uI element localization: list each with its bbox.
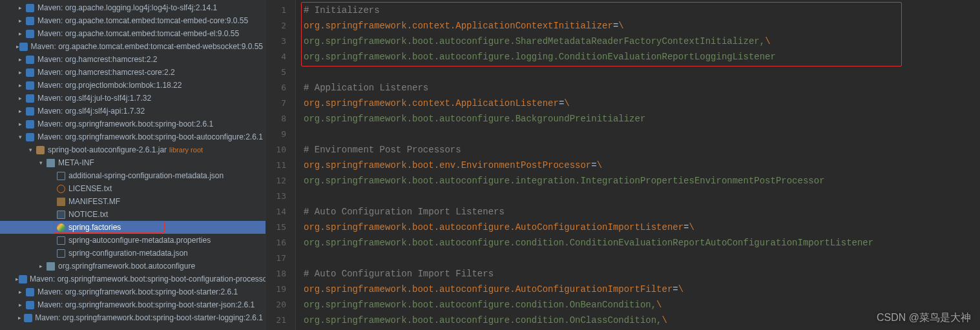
line-number: 13 xyxy=(266,189,295,204)
editor-area[interactable]: 123456789101112131415161718192021 # Init… xyxy=(266,0,980,330)
code-line[interactable]: # Application Listeners xyxy=(304,80,980,96)
code-line[interactable]: org.springframework.boot.autoconfigure.A… xyxy=(304,220,980,235)
line-number: 15 xyxy=(266,220,295,235)
line-number: 20 xyxy=(266,297,295,313)
tree-row[interactable]: ▸org.springframework.boot.autoconfigure xyxy=(0,260,266,273)
code-line[interactable] xyxy=(304,127,980,142)
code-line[interactable]: org.springframework.boot.autoconfigure.c… xyxy=(304,235,980,251)
tree-row[interactable]: ▸Maven: org.hamcrest:hamcrest-core:2.2 xyxy=(0,66,266,79)
tree-row[interactable]: ▸Maven: org.apache.tomcat.embed:tomcat-e… xyxy=(0,40,266,53)
line-number: 9 xyxy=(266,127,295,142)
chevron-right-icon[interactable]: ▸ xyxy=(16,5,25,11)
lib-icon xyxy=(25,28,35,39)
chevron-right-icon[interactable]: ▸ xyxy=(16,30,25,37)
lib-icon xyxy=(25,15,35,26)
code-line[interactable]: org.springframework.context.ApplicationC… xyxy=(304,18,980,34)
tree-item-label: META-INF xyxy=(58,158,94,167)
chevron-right-icon[interactable]: ▸ xyxy=(16,56,25,63)
tree-row[interactable]: ▸Maven: org.springframework.boot:spring-… xyxy=(0,285,266,298)
line-number: 19 xyxy=(266,282,295,297)
lib-icon xyxy=(25,132,35,142)
jar-icon xyxy=(35,145,45,155)
code-line[interactable]: org.springframework.boot.autoconfigure.l… xyxy=(304,49,980,65)
tree-row[interactable]: ▾Maven: org.springframework.boot:spring-… xyxy=(0,130,266,143)
tree-row[interactable]: ▸MANIFEST.MF xyxy=(0,195,266,208)
lib-icon xyxy=(25,300,35,310)
code-line[interactable]: # Auto Configuration Import Listeners xyxy=(304,204,980,220)
chevron-right-icon[interactable]: ▸ xyxy=(16,17,25,24)
chevron-right-icon[interactable]: ▸ xyxy=(16,302,25,308)
line-number: 4 xyxy=(266,49,295,65)
chevron-down-icon[interactable]: ▾ xyxy=(16,134,25,140)
line-number: 12 xyxy=(266,173,295,189)
tree-row[interactable]: ▸spring-autoconfigure-metadata.propertie… xyxy=(0,234,266,247)
chevron-right-icon[interactable]: ▸ xyxy=(36,263,45,269)
tree-row[interactable]: ▾spring-boot-autoconfigure-2.6.1.jarlibr… xyxy=(0,143,266,156)
prop-icon xyxy=(56,235,66,245)
project-tree-panel[interactable]: ▸Maven: org.apache.logging.log4j:log4j-t… xyxy=(0,0,266,330)
tree-row[interactable]: ▸spring.factories xyxy=(0,221,266,234)
chevron-right-icon[interactable]: ▸ xyxy=(16,95,25,101)
chevron-down-icon[interactable]: ▾ xyxy=(36,160,45,166)
code-line[interactable]: # Auto Configuration Import Filters xyxy=(304,266,980,282)
lib-icon xyxy=(25,93,35,103)
chevron-right-icon[interactable]: ▸ xyxy=(16,108,25,114)
lib-icon xyxy=(23,313,32,323)
tree-row[interactable]: ▸Maven: org.apache.tomcat.embed:tomcat-e… xyxy=(0,27,266,40)
chevron-right-icon[interactable]: ▸ xyxy=(16,289,25,295)
tree-row[interactable]: ▸Maven: org.slf4j:slf4j-api:1.7.32 xyxy=(0,105,266,118)
code-line[interactable]: org.springframework.boot.autoconfigure.A… xyxy=(304,282,980,297)
lic-icon xyxy=(56,183,66,194)
chevron-down-icon[interactable]: ▾ xyxy=(26,147,35,153)
code-line[interactable]: org.springframework.boot.autoconfigure.i… xyxy=(304,173,980,189)
tree-row[interactable]: ▸Maven: org.springframework.boot:spring-… xyxy=(0,273,266,285)
mf-icon xyxy=(56,196,66,207)
chevron-right-icon[interactable]: ▸ xyxy=(16,121,25,127)
code-line[interactable]: # Environment Post Processors xyxy=(304,142,980,158)
code-content[interactable]: # Initializersorg.springframework.contex… xyxy=(296,0,980,330)
tree-row[interactable]: ▸Maven: org.slf4j:jul-to-slf4j:1.7.32 xyxy=(0,92,266,105)
code-line[interactable]: org.springframework.context.ApplicationL… xyxy=(304,96,980,111)
tree-row[interactable]: ▸spring-configuration-metadata.json xyxy=(0,247,266,260)
code-line[interactable]: org.springframework.boot.autoconfigure.S… xyxy=(304,34,980,49)
folder-icon xyxy=(45,158,56,168)
json-icon xyxy=(56,248,66,258)
tree-row[interactable]: ▸LICENSE.txt xyxy=(0,182,266,195)
code-line[interactable]: org.springframework.boot.autoconfigure.B… xyxy=(304,111,980,127)
line-number: 1 xyxy=(266,3,295,18)
line-gutter: 123456789101112131415161718192021 xyxy=(266,0,296,330)
code-line[interactable] xyxy=(304,65,980,80)
line-number: 21 xyxy=(266,313,295,328)
tree-row[interactable]: ▸additional-spring-configuration-metadat… xyxy=(0,169,266,182)
tree-row[interactable]: ▸NOTICE.txt xyxy=(0,208,266,221)
tree-item-label: Maven: org.springframework.boot:spring-b… xyxy=(37,287,238,296)
code-line[interactable]: org.springframework.boot.autoconfigure.c… xyxy=(304,297,980,313)
chevron-right-icon[interactable]: ▸ xyxy=(16,69,25,76)
tree-row[interactable]: ▾META-INF xyxy=(0,156,266,169)
tree-row[interactable]: ▸Maven: org.springframework.boot:spring-… xyxy=(0,298,266,311)
code-line[interactable] xyxy=(304,251,980,266)
chevron-right-icon[interactable]: ▸ xyxy=(16,315,23,321)
tree-item-label: Maven: org.apache.tomcat.embed:tomcat-em… xyxy=(37,29,239,38)
code-line[interactable]: org.springframework.boot.env.Environment… xyxy=(304,158,980,173)
tree-row[interactable]: ▸Maven: org.springframework.boot:spring-… xyxy=(0,311,266,324)
chevron-right-icon[interactable]: ▸ xyxy=(16,82,25,88)
lib-icon xyxy=(25,287,35,297)
tree-item-label: Maven: org.springframework.boot:spring-b… xyxy=(35,313,263,322)
lib-icon xyxy=(25,54,35,65)
tree-row[interactable]: ▸Maven: org.apache.tomcat.embed:tomcat-e… xyxy=(0,14,266,27)
tree-row[interactable]: ▸Maven: org.springframework.boot:spring-… xyxy=(0,118,266,130)
line-number: 3 xyxy=(266,34,295,49)
watermark: CSDN @菜鸟是大神 xyxy=(877,311,971,325)
tree-row[interactable]: ▸Maven: org.apache.logging.log4j:log4j-t… xyxy=(0,1,266,14)
code-line[interactable]: # Initializers xyxy=(304,3,980,18)
line-number: 8 xyxy=(266,111,295,127)
tree-row[interactable]: ▸Maven: org.projectlombok:lombok:1.18.22 xyxy=(0,79,266,92)
tree-row[interactable]: ▸Maven: org.hamcrest:hamcrest:2.2 xyxy=(0,53,266,66)
tree-item-label: Maven: org.springframework.boot:spring-b… xyxy=(37,132,263,141)
code-line[interactable] xyxy=(304,189,980,204)
tree-item-label: Maven: org.springframework.boot:spring-b… xyxy=(37,119,213,129)
tree-item-label: Maven: org.slf4j:slf4j-api:1.7.32 xyxy=(37,107,145,116)
json-icon xyxy=(56,170,66,181)
lib-icon xyxy=(25,106,35,116)
